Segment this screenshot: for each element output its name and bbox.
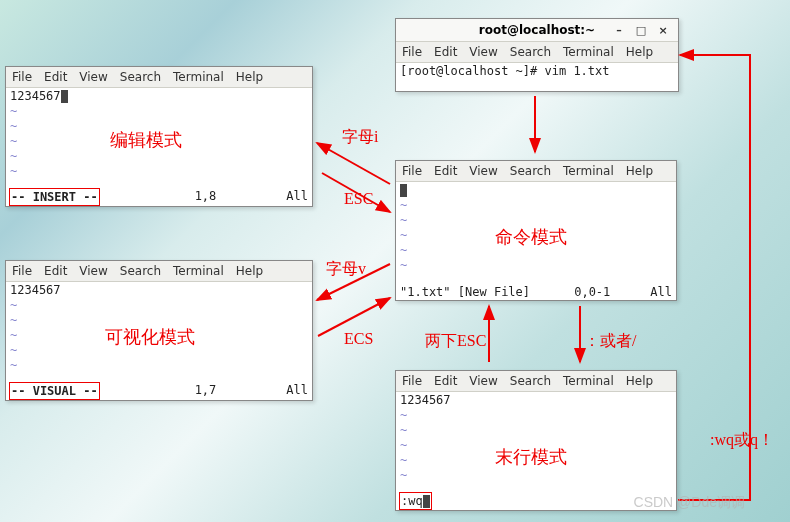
- menubar: File Edit View Search Terminal Help: [6, 67, 312, 88]
- menu-help[interactable]: Help: [626, 45, 653, 59]
- text-line: [396, 182, 676, 198]
- tilde-line: ~: [396, 228, 676, 243]
- arrow-from-insert: [322, 173, 390, 212]
- tilde-line: ~: [396, 213, 676, 228]
- terminal-top: root@localhost:~ – □ × File Edit View Se…: [395, 18, 679, 92]
- status-line: -- INSERT -- 1,8 All: [6, 188, 312, 206]
- menu-search[interactable]: Search: [120, 264, 161, 278]
- text-line: 1234567: [6, 88, 312, 104]
- terminal-command: File Edit View Search Terminal Help ~ ~ …: [395, 160, 677, 301]
- minimize-button[interactable]: –: [608, 21, 630, 39]
- menubar: File Edit View Search Terminal Help: [396, 371, 676, 392]
- command-input: :wq: [399, 492, 432, 510]
- mode-indicator: -- VISUAL --: [9, 382, 100, 400]
- menu-terminal[interactable]: Terminal: [563, 374, 614, 388]
- file-status: "1.txt" [New File]: [400, 284, 530, 300]
- terminal-lastline: File Edit View Search Terminal Help 1234…: [395, 370, 677, 511]
- menu-help[interactable]: Help: [626, 164, 653, 178]
- editor-content[interactable]: 1234567 ~ ~ ~ ~ ~ :wq: [396, 392, 676, 510]
- cursor-pos: 0,0-1: [574, 284, 610, 300]
- tilde-line: ~: [6, 328, 312, 343]
- tilde-line: ~: [6, 343, 312, 358]
- label-letter-v: 字母v: [326, 259, 366, 280]
- text-line: 1234567: [6, 282, 312, 298]
- menu-view[interactable]: View: [79, 70, 107, 84]
- arrow-to-visual: [317, 264, 390, 300]
- menu-edit[interactable]: Edit: [434, 45, 457, 59]
- menu-terminal[interactable]: Terminal: [173, 264, 224, 278]
- editor-content[interactable]: 1234567 ~ ~ ~ ~ ~ -- INSERT -- 1,8 All: [6, 88, 312, 206]
- cursor-icon: [400, 184, 407, 197]
- tilde-line: ~: [396, 468, 676, 483]
- tilde-line: ~: [6, 298, 312, 313]
- tilde-line: ~: [6, 164, 312, 179]
- status-line: :wq: [396, 492, 676, 510]
- menu-file[interactable]: File: [402, 45, 422, 59]
- tilde-line: ~: [6, 134, 312, 149]
- window-title: root@localhost:~: [479, 23, 595, 37]
- menu-edit[interactable]: Edit: [44, 264, 67, 278]
- tilde-line: ~: [396, 453, 676, 468]
- status-line: -- VISUAL -- 1,7 All: [6, 382, 312, 400]
- tilde-line: ~: [396, 198, 676, 213]
- menu-file[interactable]: File: [402, 164, 422, 178]
- arrow-from-visual: [318, 298, 390, 336]
- menu-view[interactable]: View: [469, 374, 497, 388]
- cursor-icon: [423, 495, 430, 508]
- label-ecs: ECS: [344, 330, 373, 348]
- tilde-line: ~: [396, 438, 676, 453]
- scroll-pct: All: [286, 382, 308, 400]
- menu-search[interactable]: Search: [510, 164, 551, 178]
- label-wq: :wq或q！: [710, 430, 774, 451]
- tilde-line: ~: [396, 258, 676, 273]
- mode-indicator: -- INSERT --: [9, 188, 100, 206]
- shell-prompt: [root@localhost ~]# vim 1.txt: [396, 63, 678, 79]
- menu-terminal[interactable]: Terminal: [173, 70, 224, 84]
- window-buttons: – □ ×: [608, 19, 674, 41]
- titlebar: root@localhost:~ – □ ×: [396, 19, 678, 42]
- editor-content[interactable]: 1234567 ~ ~ ~ ~ ~ -- VISUAL -- 1,7 All: [6, 282, 312, 400]
- arrow-to-insert: [317, 143, 390, 184]
- menu-search[interactable]: Search: [510, 45, 551, 59]
- label-colon-slash: ：或者/: [584, 331, 636, 352]
- tilde-line: ~: [6, 313, 312, 328]
- label-double-esc: 两下ESC: [425, 331, 486, 352]
- label-letter-i: 字母i: [342, 127, 378, 148]
- cursor-icon: [61, 90, 68, 103]
- menu-search[interactable]: Search: [510, 374, 551, 388]
- menu-view[interactable]: View: [469, 45, 497, 59]
- menubar: File Edit View Search Terminal Help: [396, 161, 676, 182]
- cursor-pos: 1,7: [195, 382, 217, 400]
- menu-view[interactable]: View: [469, 164, 497, 178]
- terminal-visual: File Edit View Search Terminal Help 1234…: [5, 260, 313, 401]
- menu-search[interactable]: Search: [120, 70, 161, 84]
- close-button[interactable]: ×: [652, 21, 674, 39]
- tilde-line: ~: [6, 149, 312, 164]
- arrow-wq-to-top: [678, 55, 750, 500]
- scroll-pct: All: [286, 188, 308, 206]
- menu-terminal[interactable]: Terminal: [563, 164, 614, 178]
- menu-help[interactable]: Help: [236, 70, 263, 84]
- menu-help[interactable]: Help: [626, 374, 653, 388]
- menubar: File Edit View Search Terminal Help: [6, 261, 312, 282]
- menu-edit[interactable]: Edit: [44, 70, 67, 84]
- menu-view[interactable]: View: [79, 264, 107, 278]
- menu-terminal[interactable]: Terminal: [563, 45, 614, 59]
- menu-file[interactable]: File: [402, 374, 422, 388]
- menubar: File Edit View Search Terminal Help: [396, 42, 678, 63]
- maximize-button[interactable]: □: [630, 21, 652, 39]
- cursor-pos: 1,8: [195, 188, 217, 206]
- menu-file[interactable]: File: [12, 70, 32, 84]
- terminal-content[interactable]: [root@localhost ~]# vim 1.txt: [396, 63, 678, 91]
- editor-content[interactable]: ~ ~ ~ ~ ~ "1.txt" [New File] 0,0-1 All: [396, 182, 676, 300]
- menu-help[interactable]: Help: [236, 264, 263, 278]
- tilde-line: ~: [396, 423, 676, 438]
- menu-edit[interactable]: Edit: [434, 164, 457, 178]
- tilde-line: ~: [6, 104, 312, 119]
- text-line: 1234567: [396, 392, 676, 408]
- menu-file[interactable]: File: [12, 264, 32, 278]
- tilde-line: ~: [396, 408, 676, 423]
- menu-edit[interactable]: Edit: [434, 374, 457, 388]
- terminal-insert: File Edit View Search Terminal Help 1234…: [5, 66, 313, 207]
- status-line: "1.txt" [New File] 0,0-1 All: [396, 284, 676, 300]
